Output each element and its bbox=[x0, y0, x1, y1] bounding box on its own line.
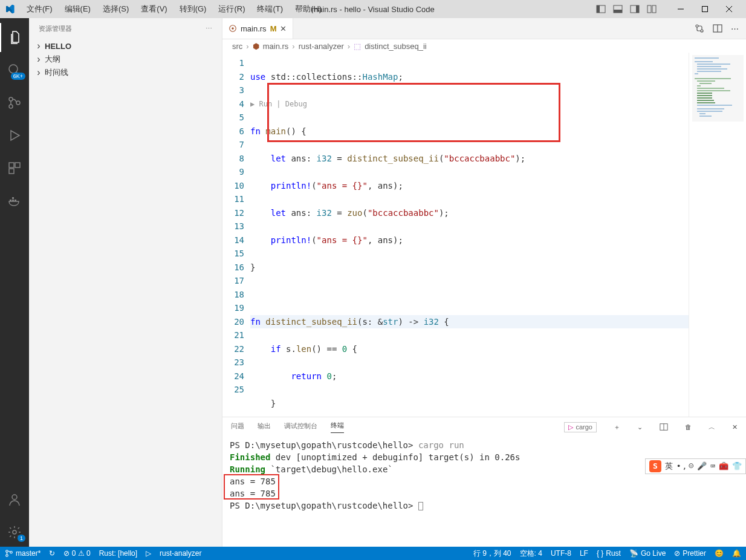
tab-main-rs[interactable]: main.rs M ✕ bbox=[222, 18, 293, 39]
sidebar-more-icon[interactable]: ⋯ bbox=[206, 25, 212, 33]
ime-mic-icon[interactable]: 🎤 bbox=[697, 460, 707, 472]
activity-scm[interactable] bbox=[0, 88, 29, 117]
minimize-button[interactable] bbox=[669, 0, 693, 18]
panel-tab-debug-console[interactable]: 调试控制台 bbox=[284, 422, 317, 433]
ime-emoji-icon[interactable]: ☺ bbox=[689, 460, 693, 472]
activity-bar: 6K+ 1 bbox=[0, 18, 29, 547]
close-panel-icon[interactable]: ✕ bbox=[732, 423, 738, 431]
sidebar-item-outline[interactable]: 大纲 bbox=[29, 53, 222, 66]
status-problems[interactable]: ⊘ 0 ⚠ 0 bbox=[63, 549, 90, 558]
panel-tab-problems[interactable]: 问题 bbox=[231, 422, 244, 433]
svg-rect-6 bbox=[647, 5, 651, 13]
svg-point-59 bbox=[6, 550, 8, 553]
ime-keyboard-icon[interactable]: ⌨ bbox=[710, 460, 715, 472]
ime-dot-icon[interactable]: • , bbox=[676, 460, 685, 472]
tab-bar: main.rs M ✕ ⋯ bbox=[222, 18, 746, 39]
panel-tabs: 问题 输出 调试控制台 终端 ▷cargo ＋ ⌄ 🗑 ︿ ✕ bbox=[222, 417, 746, 437]
minimap[interactable] bbox=[689, 53, 746, 417]
svg-rect-18 bbox=[15, 163, 20, 168]
compare-changes-icon[interactable] bbox=[695, 24, 704, 33]
menu-select[interactable]: 选择(S) bbox=[98, 2, 134, 16]
ime-lang[interactable]: 英 bbox=[665, 460, 673, 472]
status-run-icon[interactable]: ▷ bbox=[146, 549, 151, 558]
ime-skin-icon[interactable]: 👕 bbox=[732, 460, 742, 472]
terminal-select[interactable]: ▷cargo bbox=[564, 422, 597, 432]
menu-terminal[interactable]: 终端(T) bbox=[252, 2, 288, 16]
svg-rect-17 bbox=[9, 163, 14, 168]
svg-point-28 bbox=[696, 25, 698, 27]
breadcrumbs[interactable]: src› ⬢ main.rs› rust-analyzer› ⬚ distinc… bbox=[222, 39, 746, 53]
status-sync[interactable]: ↻ bbox=[49, 549, 55, 558]
panel-tab-output[interactable]: 输出 bbox=[258, 422, 271, 433]
menu-run[interactable]: 运行(R) bbox=[213, 2, 250, 16]
activity-extensions[interactable] bbox=[0, 154, 29, 183]
sidebar-item-label: 大纲 bbox=[44, 54, 217, 65]
status-prettier[interactable]: ⊘ Prettier bbox=[674, 549, 706, 558]
status-language[interactable]: { } Rust bbox=[597, 549, 621, 558]
more-actions-icon[interactable]: ⋯ bbox=[731, 24, 739, 33]
activity-explorer[interactable] bbox=[0, 23, 29, 52]
activity-debug[interactable] bbox=[0, 121, 29, 150]
new-terminal-icon[interactable]: ＋ bbox=[614, 423, 620, 432]
status-cursor-pos[interactable]: 行 9，列 40 bbox=[473, 549, 511, 559]
terminal[interactable]: S 英 • , ☺ 🎤 ⌨ 🧰 👕 PS D:\mysetup\gopath\r… bbox=[222, 437, 746, 547]
status-branch[interactable]: master* bbox=[5, 549, 41, 558]
layout-bottom-icon[interactable] bbox=[613, 4, 623, 14]
svg-point-27 bbox=[232, 27, 234, 30]
close-button[interactable] bbox=[717, 0, 741, 18]
svg-rect-3 bbox=[614, 10, 622, 13]
split-terminal-icon[interactable] bbox=[660, 423, 668, 431]
bc-file[interactable]: main.rs bbox=[263, 42, 289, 51]
status-rust-project[interactable]: Rust: [hello] bbox=[99, 549, 137, 558]
title-bar: 文件(F) 编辑(E) 选择(S) 查看(V) 转到(G) 运行(R) 终端(T… bbox=[0, 0, 746, 18]
status-bar: master* ↻ ⊘ 0 ⚠ 0 Rust: [hello] ▷ rust-a… bbox=[0, 547, 746, 560]
maximize-panel-icon[interactable]: ︿ bbox=[709, 423, 715, 432]
layout-right-icon[interactable] bbox=[630, 4, 640, 14]
code-editor[interactable]: use std::collections::HashMap; ▶ Run | D… bbox=[250, 53, 689, 417]
status-indent[interactable]: 空格: 4 bbox=[520, 549, 542, 559]
status-analyzer[interactable]: rust-analyzer bbox=[160, 549, 201, 558]
ime-toolbar[interactable]: S 英 • , ☺ 🎤 ⌨ 🧰 👕 bbox=[645, 458, 746, 474]
status-encoding[interactable]: UTF-8 bbox=[551, 549, 571, 558]
menu-file[interactable]: 文件(F) bbox=[22, 2, 57, 16]
svg-point-12 bbox=[9, 65, 18, 73]
sidebar-item-hello[interactable]: HELLO bbox=[29, 39, 222, 53]
bc-module[interactable]: rust-analyzer bbox=[299, 42, 344, 51]
menu-view[interactable]: 查看(V) bbox=[136, 2, 172, 16]
layout-grid-icon[interactable] bbox=[647, 4, 657, 14]
split-editor-icon[interactable] bbox=[713, 24, 722, 33]
rust-file-icon: ⬢ bbox=[253, 42, 259, 51]
activity-account[interactable] bbox=[0, 485, 29, 514]
status-golive[interactable]: 📡 Go Live bbox=[629, 549, 666, 558]
activity-settings[interactable]: 1 bbox=[0, 518, 29, 547]
svg-point-16 bbox=[16, 101, 20, 105]
editor-body[interactable]: 1234567891011121314151617181920212223242… bbox=[222, 53, 746, 417]
bc-folder[interactable]: src bbox=[232, 42, 242, 51]
svg-rect-7 bbox=[652, 5, 656, 13]
layout-left-icon[interactable] bbox=[596, 4, 606, 14]
line-gutter: 1234567891011121314151617181920212223242… bbox=[222, 53, 250, 417]
vscode-icon bbox=[5, 4, 15, 14]
svg-point-24 bbox=[12, 495, 17, 500]
menu-goto[interactable]: 转到(G) bbox=[175, 2, 212, 16]
menu-edit[interactable]: 编辑(E) bbox=[60, 2, 96, 16]
svg-point-29 bbox=[701, 30, 703, 32]
close-icon[interactable]: ✕ bbox=[280, 24, 287, 33]
panel-tab-terminal[interactable]: 终端 bbox=[331, 421, 344, 433]
sidebar-item-timeline[interactable]: 时间线 bbox=[29, 66, 222, 79]
activity-search[interactable]: 6K+ bbox=[0, 56, 29, 85]
ime-toolbox-icon[interactable]: 🧰 bbox=[719, 460, 728, 472]
terminal-dropdown-icon[interactable]: ⌄ bbox=[637, 423, 643, 431]
svg-rect-23 bbox=[12, 197, 14, 199]
activity-docker[interactable] bbox=[0, 186, 29, 215]
ime-sogou-icon[interactable]: S bbox=[649, 460, 661, 472]
kill-terminal-icon[interactable]: 🗑 bbox=[685, 423, 692, 431]
status-bell-icon[interactable]: 🔔 bbox=[732, 549, 741, 558]
status-feedback-icon[interactable]: 😊 bbox=[715, 549, 724, 558]
tab-label: main.rs bbox=[241, 24, 267, 33]
bc-symbol[interactable]: distinct_subseq_ii bbox=[365, 42, 427, 51]
maximize-button[interactable] bbox=[693, 0, 717, 18]
status-eol[interactable]: LF bbox=[580, 549, 588, 558]
chevron-right-icon bbox=[34, 68, 44, 77]
codelens-run-debug[interactable]: ▶ Run | Debug bbox=[250, 97, 689, 111]
